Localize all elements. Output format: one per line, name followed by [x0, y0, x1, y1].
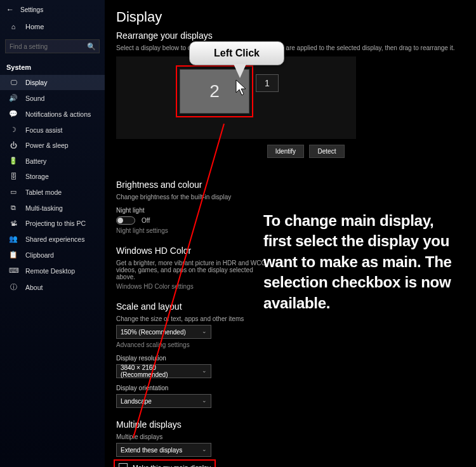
orientation-label: Display orientation — [116, 385, 465, 391]
search-input[interactable] — [5, 39, 100, 53]
night-light-toggle[interactable] — [116, 216, 135, 225]
nav-display[interactable]: 🖵 Display — [0, 75, 105, 90]
chevron-down-icon: ⌄ — [202, 446, 207, 452]
home-nav[interactable]: ⌂ Home — [0, 18, 105, 36]
power-icon: ⏻ — [9, 141, 18, 149]
nav-focus-assist[interactable]: ☽ Focus assist — [0, 122, 105, 138]
section-heading: System — [0, 60, 105, 75]
brightness-sub: Change brightness for the built-in displ… — [116, 194, 465, 201]
app-title: Settings — [20, 6, 43, 13]
multiple-displays-label: Multiple displays — [116, 433, 465, 440]
chevron-down-icon: ⌄ — [202, 397, 207, 404]
display-tile-2-label: 2 — [209, 81, 220, 102]
brightness-heading: Brightness and colour — [116, 180, 465, 190]
annotation-bubble-text: Left Click — [214, 48, 260, 59]
multiple-displays-select[interactable]: Extend these displays ⌄ — [116, 443, 211, 457]
tablet-icon: ▭ — [9, 188, 18, 196]
hd-sub: Get a brighter, more vibrant picture in … — [116, 260, 268, 280]
advanced-scaling-link[interactable]: Advanced scaling settings — [116, 341, 465, 348]
chevron-down-icon: ⌄ — [202, 328, 207, 334]
resolution-value: 3840 × 2160 (Recommended) — [121, 364, 198, 378]
nav-label: Notifications & actions — [25, 110, 91, 118]
nav-label: About — [25, 284, 43, 291]
arrange-buttons: Identify Detect — [105, 145, 345, 158]
orientation-select[interactable]: Landscape ⌄ — [116, 394, 211, 408]
nav-clipboard[interactable]: 📋 Clipboard — [0, 247, 105, 263]
scale-value: 150% (Recommended) — [121, 329, 186, 336]
home-icon: ⌂ — [9, 23, 18, 30]
settings-sidebar: ← Settings ⌂ Home 🔍 System 🖵 Display 🔊 S… — [0, 0, 105, 467]
rearrange-help: Select a display below to change its set… — [116, 44, 465, 51]
storage-icon: 🗄 — [9, 173, 18, 180]
nav-shared-exp[interactable]: 👥 Shared experiences — [0, 231, 105, 247]
remote-icon: ⌨ — [9, 266, 18, 275]
nav-label: Display — [25, 79, 47, 86]
checkbox-icon — [119, 463, 128, 467]
nav-label: Clipboard — [25, 251, 54, 259]
nav-power-sleep[interactable]: ⏻ Power & sleep — [0, 138, 105, 153]
page-title: Display — [116, 9, 465, 25]
display-icon: 🖵 — [9, 79, 18, 86]
night-light-state: Off — [142, 217, 150, 224]
nav-sound[interactable]: 🔊 Sound — [0, 90, 105, 106]
nav-notifications[interactable]: 💬 Notifications & actions — [0, 106, 105, 122]
nav-label: Tablet mode — [25, 188, 62, 196]
focus-icon: ☽ — [9, 126, 18, 134]
battery-icon: 🔋 — [9, 157, 18, 165]
annotation-bubble-tail — [234, 64, 246, 78]
make-main-display-checkbox[interactable]: Make this my main display — [116, 462, 213, 467]
make-main-display-label: Make this my main display — [133, 464, 211, 467]
project-icon: 📽 — [9, 220, 18, 227]
nav-label: Sound — [25, 95, 44, 102]
nav-storage[interactable]: 🗄 Storage — [0, 169, 105, 184]
nav-label: Focus assist — [25, 126, 62, 134]
multitask-icon: ⧉ — [9, 204, 18, 212]
orientation-value: Landscape — [121, 398, 152, 405]
clipboard-icon: 📋 — [9, 251, 18, 259]
scale-sub: Change the size of text, apps and other … — [116, 315, 465, 322]
nav-label: Power & sleep — [25, 141, 69, 149]
scale-select[interactable]: 150% (Recommended) ⌄ — [116, 325, 211, 339]
nav-multitasking[interactable]: ⧉ Multi-tasking — [0, 200, 105, 216]
nav-about[interactable]: ⓘ About — [0, 279, 105, 296]
resolution-label: Display resolution — [116, 355, 465, 362]
nav-label: Battery — [25, 157, 46, 165]
about-icon: ⓘ — [9, 282, 18, 292]
search-container: 🔍 — [0, 36, 105, 60]
nav-remote-desktop[interactable]: ⌨ Remote Desktop — [0, 263, 105, 279]
detect-button[interactable]: Detect — [309, 145, 345, 158]
nav-battery[interactable]: 🔋 Battery — [0, 153, 105, 169]
home-label: Home — [25, 23, 44, 30]
display-tile-1-label: 1 — [265, 78, 270, 88]
annotation-bubble: Left Click — [189, 41, 284, 65]
chevron-down-icon: ⌄ — [202, 367, 207, 374]
multiple-displays-value: Extend these displays — [121, 447, 182, 454]
resolution-select[interactable]: 3840 × 2160 (Recommended) ⌄ — [116, 364, 211, 378]
nav-label: Storage — [25, 173, 49, 180]
nav-label: Multi-tasking — [25, 204, 63, 212]
multiple-displays-heading: Multiple displays — [116, 419, 465, 430]
sound-icon: 🔊 — [9, 94, 18, 102]
shared-icon: 👥 — [9, 235, 18, 243]
rearrange-heading: Rearrange your displays — [116, 30, 465, 41]
titlebar: ← Settings — [0, 3, 105, 18]
nav-label: Projecting to this PC — [25, 220, 86, 227]
nav-label: Remote Desktop — [25, 267, 75, 275]
notifications-icon: 💬 — [9, 110, 18, 118]
annotation-instruction: To change main display, first select the… — [263, 211, 463, 313]
identify-button[interactable]: Identify — [267, 145, 304, 158]
back-button[interactable]: ← — [6, 5, 14, 14]
nav-tablet-mode[interactable]: ▭ Tablet mode — [0, 184, 105, 200]
nav-projecting[interactable]: 📽 Projecting to this PC — [0, 216, 105, 231]
display-tile-1[interactable]: 1 — [256, 74, 279, 92]
nav-label: Shared experiences — [25, 235, 84, 243]
